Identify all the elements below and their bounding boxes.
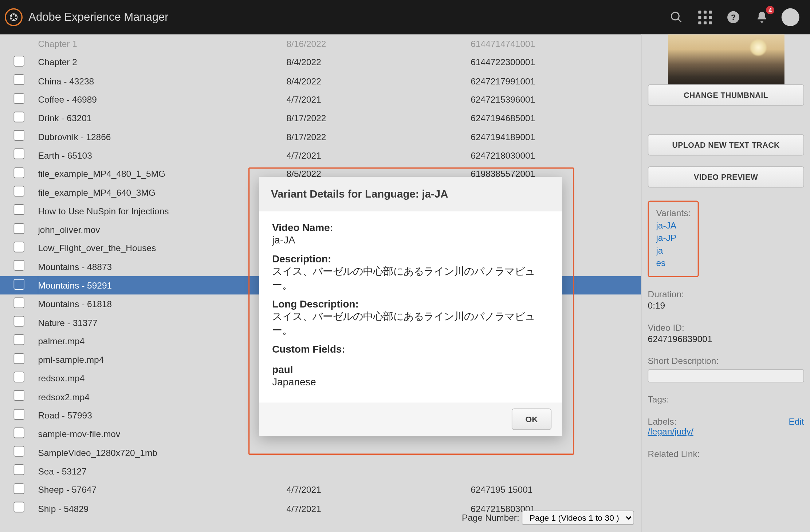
row-date: 4/7/2021 bbox=[286, 146, 471, 164]
long-description-label: Long Description: bbox=[272, 298, 549, 310]
modal-ok-button[interactable]: OK bbox=[512, 408, 551, 430]
table-row[interactable]: Sea - 53127 bbox=[0, 462, 641, 480]
svg-point-5 bbox=[15, 18, 16, 19]
row-id: 6144722300001 bbox=[471, 53, 641, 72]
table-row[interactable]: Earth - 651034/7/20216247218030001 bbox=[0, 146, 641, 164]
pager: Page Number: Page 1 (Videos 1 to 30 ) bbox=[0, 511, 641, 525]
variant-details-modal: Variant Details for Language: ja-JA Vide… bbox=[259, 177, 562, 436]
row-id: 6247215396001 bbox=[471, 90, 641, 109]
row-checkbox[interactable] bbox=[14, 446, 24, 457]
svg-point-2 bbox=[11, 15, 12, 16]
table-row[interactable]: China - 432388/4/20226247217991001 bbox=[0, 72, 641, 90]
custom-field-value: Japanese bbox=[272, 376, 549, 389]
app-header: Adobe Experience Manager ? 4 bbox=[0, 0, 810, 35]
variant-link[interactable]: ja-JA bbox=[656, 220, 691, 230]
row-checkbox[interactable] bbox=[14, 353, 24, 364]
description-label: Description: bbox=[272, 254, 549, 266]
help-icon[interactable]: ? bbox=[724, 8, 742, 26]
modal-title: Variant Details for Language: ja-JA bbox=[259, 177, 562, 211]
row-checkbox[interactable] bbox=[14, 297, 24, 308]
row-checkbox[interactable] bbox=[14, 428, 24, 438]
related-link-field: Related Link: bbox=[648, 449, 804, 459]
notification-count-badge: 4 bbox=[766, 6, 774, 14]
video-thumbnail bbox=[668, 35, 784, 84]
row-checkbox[interactable] bbox=[14, 186, 24, 196]
video-preview-button[interactable]: VIDEO PREVIEW bbox=[648, 166, 804, 188]
row-id: 6247218030001 bbox=[471, 146, 641, 164]
aem-logo-icon bbox=[5, 8, 23, 26]
row-checkbox[interactable] bbox=[14, 242, 24, 252]
app-title: Adobe Experience Manager bbox=[28, 11, 168, 24]
short-description-input[interactable] bbox=[648, 369, 804, 382]
row-id: 6247217991001 bbox=[471, 72, 641, 90]
row-checkbox[interactable] bbox=[14, 483, 24, 494]
row-checkbox[interactable] bbox=[14, 316, 24, 326]
row-name: Sheep - 57647 bbox=[38, 480, 286, 499]
table-row[interactable]: Drink - 632018/17/20226247194685001 bbox=[0, 109, 641, 127]
row-name: Chapter 1 bbox=[38, 35, 286, 53]
row-checkbox[interactable] bbox=[14, 167, 24, 178]
user-avatar[interactable] bbox=[782, 8, 799, 26]
row-checkbox[interactable] bbox=[14, 56, 24, 66]
row-name: Dubrovnik - 12866 bbox=[38, 127, 286, 146]
tags-field: Tags: bbox=[648, 394, 804, 404]
asset-details-panel: CHANGE THUMBNAIL UPLOAD NEW TEXT TRACK V… bbox=[641, 35, 810, 532]
row-checkbox[interactable] bbox=[14, 465, 24, 475]
row-checkbox[interactable] bbox=[14, 74, 24, 85]
svg-line-9 bbox=[678, 19, 681, 22]
row-checkbox[interactable] bbox=[14, 38, 24, 49]
row-checkbox[interactable] bbox=[14, 390, 24, 401]
row-id bbox=[471, 462, 641, 480]
row-checkbox[interactable] bbox=[14, 279, 24, 289]
custom-field-key: paul bbox=[272, 364, 549, 376]
row-checkbox[interactable] bbox=[14, 260, 24, 271]
row-checkbox[interactable] bbox=[14, 205, 24, 215]
row-date: 4/7/2021 bbox=[286, 90, 471, 109]
row-name: Chapter 2 bbox=[38, 53, 286, 72]
row-id: 6247195 15001 bbox=[471, 480, 641, 499]
upload-text-track-button[interactable]: UPLOAD NEW TEXT TRACK bbox=[648, 134, 804, 156]
row-name: Coffee - 46989 bbox=[38, 90, 286, 109]
variant-link[interactable]: ja bbox=[656, 245, 691, 255]
description-value: スイス、バーゼルの中心部にあるライン川のパノラマビュー。 bbox=[272, 265, 549, 293]
row-id: 6247194189001 bbox=[471, 127, 641, 146]
row-name: Earth - 65103 bbox=[38, 146, 286, 164]
row-checkbox[interactable] bbox=[14, 111, 24, 122]
variant-link[interactable]: ja-JP bbox=[656, 233, 691, 243]
table-row[interactable]: Chapter 28/4/20226144722300001 bbox=[0, 53, 641, 72]
apps-grid-icon[interactable] bbox=[696, 8, 714, 26]
row-checkbox[interactable] bbox=[14, 130, 24, 141]
notifications-icon[interactable]: 4 bbox=[753, 8, 771, 26]
table-row[interactable]: Coffee - 469894/7/20216247215396001 bbox=[0, 90, 641, 109]
row-name: Drink - 63201 bbox=[38, 109, 286, 127]
pager-select[interactable]: Page 1 (Videos 1 to 30 ) bbox=[522, 511, 634, 525]
label-path-link[interactable]: /legan/judy/ bbox=[648, 426, 693, 437]
row-date: 8/4/2022 bbox=[286, 72, 471, 90]
svg-point-8 bbox=[671, 12, 679, 20]
row-checkbox[interactable] bbox=[14, 334, 24, 345]
short-description-field: Short Description: bbox=[648, 356, 804, 382]
svg-text:?: ? bbox=[731, 13, 736, 22]
row-checkbox[interactable] bbox=[14, 93, 24, 103]
search-icon[interactable] bbox=[667, 8, 685, 26]
row-checkbox[interactable] bbox=[14, 409, 24, 420]
video-name-label: Video Name: bbox=[272, 222, 549, 234]
table-row[interactable]: Chapter 18/16/20226144714741001 bbox=[0, 35, 641, 53]
row-name: China - 43238 bbox=[38, 72, 286, 90]
change-thumbnail-button[interactable]: CHANGE THUMBNAIL bbox=[648, 84, 804, 106]
table-row[interactable]: Sheep - 576474/7/20216247195 15001 bbox=[0, 480, 641, 499]
custom-fields-label: Custom Fields: bbox=[272, 344, 549, 356]
row-checkbox[interactable] bbox=[14, 149, 24, 159]
row-date bbox=[286, 462, 471, 480]
row-name: Sea - 53127 bbox=[38, 462, 286, 480]
table-row[interactable]: Dubrovnik - 128668/17/20226247194189001 bbox=[0, 127, 641, 146]
row-id: 6247194685001 bbox=[471, 109, 641, 127]
row-id: 6144714741001 bbox=[471, 35, 641, 53]
duration-field: Duration: 0:19 bbox=[648, 289, 804, 311]
variant-link[interactable]: es bbox=[656, 258, 691, 268]
row-checkbox[interactable] bbox=[14, 372, 24, 382]
edit-labels-link[interactable]: Edit bbox=[789, 416, 804, 426]
video-name-value: ja-JA bbox=[272, 234, 549, 247]
row-date: 8/16/2022 bbox=[286, 35, 471, 53]
row-checkbox[interactable] bbox=[14, 223, 24, 234]
